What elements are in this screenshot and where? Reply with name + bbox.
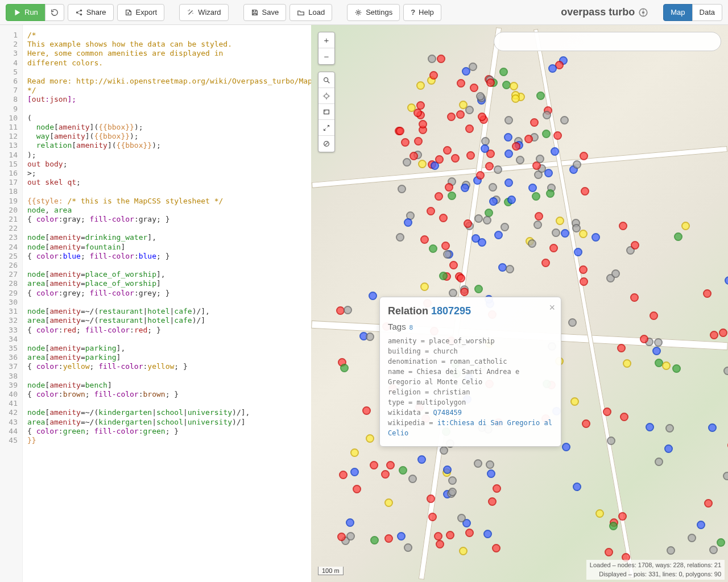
poi-marker[interactable] [462,67,470,76]
code-editor[interactable]: 1234567891011121314151617181920212223242… [0,25,311,582]
poi-marker[interactable] [407,103,416,112]
poi-marker[interactable] [486,460,494,469]
poi-marker[interactable] [507,196,516,204]
poi-marker[interactable] [384,534,393,543]
poi-marker[interactable] [570,397,579,406]
poi-marker[interactable] [493,484,501,493]
zoom-out-button[interactable]: − [318,48,334,64]
poi-marker[interactable] [339,471,348,479]
poi-marker[interactable] [533,221,542,229]
poi-marker[interactable] [362,406,371,415]
poi-marker[interactable] [381,470,390,479]
poi-marker[interactable] [603,408,611,416]
poi-marker[interactable] [697,521,705,529]
poi-marker[interactable] [512,142,520,151]
poi-marker[interactable] [443,146,452,155]
poi-marker[interactable] [464,219,472,228]
poi-marker[interactable] [536,92,545,100]
poi-marker[interactable] [579,265,588,274]
poi-marker[interactable] [551,147,559,156]
share-button[interactable]: Share [68,4,114,21]
poi-marker[interactable] [427,207,435,215]
fullscreen-button[interactable] [318,120,334,136]
poi-marker[interactable] [528,184,537,192]
poi-marker[interactable] [609,522,618,530]
poi-marker[interactable] [592,233,600,242]
zoom-in-button[interactable]: + [318,32,334,48]
poi-marker[interactable] [414,137,423,146]
poi-marker[interactable] [568,318,577,327]
poi-marker[interactable] [704,499,713,508]
poi-marker[interactable] [457,79,465,88]
poi-marker[interactable] [410,152,418,160]
poi-marker[interactable] [384,498,393,507]
poi-marker[interactable] [420,282,429,291]
poi-marker[interactable] [652,347,661,355]
poi-marker[interactable] [560,116,569,124]
poi-marker[interactable] [504,178,513,187]
poi-marker[interactable] [476,171,485,180]
poi-marker[interactable] [397,532,406,541]
poi-marker[interactable] [725,276,728,285]
poi-marker[interactable] [441,242,450,250]
poi-marker[interactable] [492,544,500,552]
poi-marker[interactable] [366,332,374,341]
poi-marker[interactable] [723,367,728,375]
poi-marker[interactable] [654,338,663,347]
data-view-button[interactable]: Data [692,4,722,21]
poi-marker[interactable] [674,232,682,241]
poi-marker[interactable] [443,250,452,259]
poi-marker[interactable] [548,64,557,73]
poi-marker[interactable] [350,448,359,457]
poi-marker[interactable] [574,248,582,256]
poi-marker[interactable] [436,540,444,548]
poi-marker[interactable] [631,241,639,250]
poi-marker[interactable] [370,461,378,469]
poi-marker[interactable] [524,135,533,143]
poi-marker[interactable] [369,292,377,300]
poi-marker[interactable] [474,285,483,293]
poi-marker[interactable] [499,68,508,76]
poi-marker[interactable] [337,533,346,541]
poi-marker[interactable] [488,497,497,506]
poi-marker[interactable] [428,513,437,521]
poi-marker[interactable] [667,546,675,555]
run-button[interactable]: Run [6,4,46,21]
poi-marker[interactable] [655,458,663,466]
poi-marker[interactable] [404,218,412,227]
poi-marker[interactable] [471,234,480,243]
poi-marker[interactable] [544,169,553,177]
poi-marker[interactable] [427,494,435,503]
poi-marker[interactable] [607,436,615,445]
poi-marker[interactable] [474,214,483,223]
poi-marker[interactable] [417,455,426,464]
poi-marker[interactable] [370,536,379,544]
poi-marker[interactable] [440,446,448,455]
poi-marker[interactable] [536,155,544,163]
poi-marker[interactable] [459,547,468,555]
poi-marker[interactable] [623,359,631,368]
poi-marker[interactable] [535,212,543,221]
poi-marker[interactable] [416,101,425,110]
bbox-button[interactable] [318,104,334,120]
poi-marker[interactable] [504,149,513,158]
poi-marker[interactable] [546,189,555,198]
tag-link[interactable]: Q748459 [433,409,462,417]
poi-marker[interactable] [460,288,469,296]
poi-marker[interactable] [494,165,502,174]
poi-marker[interactable] [396,127,404,135]
poi-marker[interactable] [419,120,427,128]
poi-marker[interactable] [573,483,581,491]
poi-marker[interactable] [708,423,717,432]
poi-marker[interactable] [619,222,627,230]
poi-marker[interactable] [709,546,718,554]
poi-marker[interactable] [474,459,482,468]
poi-marker[interactable] [532,192,540,201]
poi-marker[interactable] [451,154,460,163]
code-content[interactable]: /* This example shows how the data can b… [23,25,311,582]
poi-marker[interactable] [404,543,412,552]
poi-marker[interactable] [428,55,436,63]
search-tool-button[interactable] [318,72,334,88]
poi-marker[interactable] [618,512,627,521]
poi-marker[interactable] [478,113,486,121]
